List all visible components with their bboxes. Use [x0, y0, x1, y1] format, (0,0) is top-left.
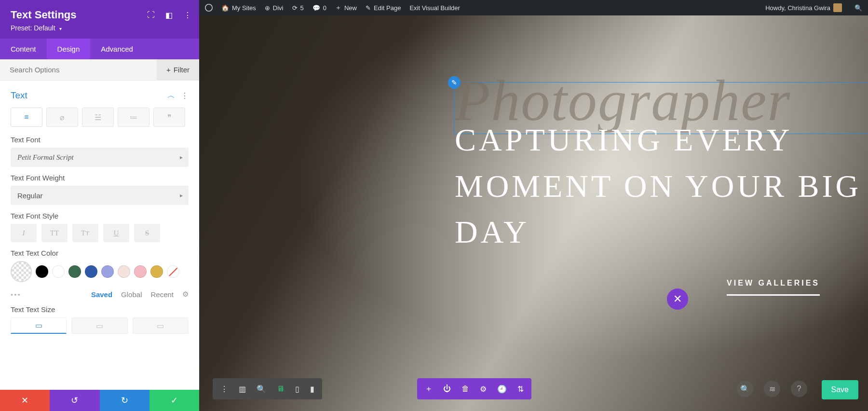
- tab-global[interactable]: Global: [121, 290, 142, 299]
- tab-design[interactable]: Design: [47, 39, 91, 59]
- module-toolbar: ＋ ⏻ 🗑 ⚙ 🕘 ⇅: [417, 378, 531, 399]
- avatar: [833, 3, 842, 12]
- phone-icon[interactable]: ▮: [310, 384, 314, 394]
- panel-header: Text Settings Preset: Default ▾ ⛶ ◧ ⋮: [0, 0, 199, 39]
- columns-icon[interactable]: ◧: [165, 11, 174, 19]
- chevron-updown-icon: ▸: [180, 192, 183, 199]
- save-button[interactable]: Save: [822, 380, 858, 399]
- apply-button[interactable]: ✓: [149, 390, 199, 411]
- expand-icon[interactable]: ⛶: [147, 11, 156, 19]
- kebab-icon[interactable]: ⋮: [184, 11, 192, 19]
- greeting[interactable]: Howdy, Christina Gwira: [765, 3, 842, 12]
- preset-row[interactable]: Preset: Default ▾: [11, 24, 189, 32]
- uppercase-button[interactable]: TT: [41, 224, 68, 242]
- panel-actions: ✕ ↺ ↻ ✓: [0, 390, 199, 411]
- text-toolbar: ≡ ⌀ ☱ ≔ ❞: [11, 108, 189, 127]
- align-left-button[interactable]: ≡: [11, 108, 42, 127]
- size-desktop-tab[interactable]: ▭: [11, 317, 67, 334]
- discard-button[interactable]: ✕: [0, 390, 50, 411]
- label-color: Text Text Color: [11, 249, 189, 257]
- smallcaps-button[interactable]: Tᴛ: [72, 224, 98, 242]
- help-toolbar: 🔍 ≋ ?: [729, 378, 815, 399]
- updates-link[interactable]: ⟳ 5: [292, 4, 304, 12]
- undo-button[interactable]: ↺: [50, 390, 99, 411]
- label-size: Text Text Size: [11, 305, 189, 314]
- zoom-icon[interactable]: 🔍: [257, 384, 266, 394]
- chevron-updown-icon: ▸: [180, 154, 183, 161]
- redo-button[interactable]: ↻: [100, 390, 149, 411]
- trash-icon[interactable]: 🗑: [461, 384, 469, 393]
- chevron-up-icon[interactable]: ︿: [167, 91, 175, 101]
- view-galleries-link[interactable]: VIEW GALLERIES: [727, 279, 820, 296]
- comments-link[interactable]: 💬 0: [312, 4, 326, 12]
- list-ol-button[interactable]: ≔: [118, 108, 149, 127]
- filter-button[interactable]: + Filter: [157, 59, 199, 80]
- swatch-none[interactable]: [167, 265, 179, 278]
- chevron-down-icon: ▾: [59, 26, 62, 31]
- weight-select[interactable]: Regular ▸: [11, 186, 189, 205]
- swatch-white[interactable]: [52, 265, 65, 278]
- new-link[interactable]: ＋ New: [335, 3, 357, 12]
- strike-button[interactable]: S: [134, 224, 160, 242]
- swatch-gold[interactable]: [150, 265, 163, 278]
- tab-recent[interactable]: Recent: [150, 290, 174, 299]
- tab-content[interactable]: Content: [0, 39, 47, 59]
- swatch-green[interactable]: [68, 265, 81, 278]
- find-icon[interactable]: 🔍: [737, 381, 753, 397]
- gear-icon[interactable]: ⚙: [182, 290, 189, 299]
- hero-heading[interactable]: CAPTURING EVERY MOMENT ON YOUR BIG DAY: [455, 117, 868, 255]
- search-icon[interactable]: 🔍: [854, 4, 862, 12]
- clock-icon[interactable]: 🕘: [497, 384, 507, 394]
- add-icon[interactable]: ＋: [425, 384, 433, 394]
- font-select[interactable]: Petit Formal Script ▸: [11, 148, 189, 167]
- wireframe-icon[interactable]: ▥: [239, 384, 246, 394]
- size-tablet-tab[interactable]: ▭: [71, 317, 127, 334]
- layers-icon[interactable]: ≋: [764, 381, 780, 397]
- label-font: Text Font: [11, 136, 189, 144]
- gear-icon[interactable]: ⚙: [480, 384, 487, 394]
- swatch-pink[interactable]: [134, 265, 147, 278]
- kebab-icon[interactable]: ⋮: [181, 91, 189, 100]
- tab-advanced[interactable]: Advanced: [90, 39, 144, 59]
- edit-page-link[interactable]: ✎ Edit Page: [366, 4, 401, 12]
- help-icon[interactable]: ?: [791, 381, 807, 397]
- plus-icon: +: [166, 66, 171, 74]
- italic-button[interactable]: I: [11, 224, 37, 242]
- section-title[interactable]: Text: [11, 90, 27, 101]
- quote-button[interactable]: ❞: [153, 108, 185, 127]
- wp-admin-bar: 🏠 My Sites ⊕ Divi ⟳ 5 💬 0 ＋ New ✎ Edit P…: [199, 0, 868, 15]
- mysites-link[interactable]: 🏠 My Sites: [221, 4, 256, 12]
- svg-point-0: [205, 4, 212, 11]
- color-swatches: [11, 261, 189, 282]
- exit-builder-link[interactable]: Exit Visual Builder: [409, 4, 460, 12]
- label-weight: Text Font Weight: [11, 174, 189, 182]
- desktop-icon[interactable]: 🖥: [277, 384, 285, 393]
- swatch-black[interactable]: [36, 265, 48, 278]
- link-button[interactable]: ⌀: [46, 108, 78, 127]
- tab-saved[interactable]: Saved: [91, 290, 112, 299]
- more-icon[interactable]: •••: [11, 290, 21, 299]
- sitename-link[interactable]: ⊕ Divi: [265, 4, 284, 12]
- size-phone-tab[interactable]: ▭: [133, 317, 189, 334]
- power-icon[interactable]: ⏻: [443, 384, 451, 393]
- swatch-peach[interactable]: [118, 265, 130, 278]
- view-toolbar: ⋮ ▥ 🔍 🖥 ▯ ▮: [213, 378, 322, 399]
- underline-button[interactable]: U: [103, 224, 129, 242]
- swatch-lavender[interactable]: [101, 265, 114, 278]
- wp-logo-icon[interactable]: [205, 4, 213, 12]
- swatch-transparent[interactable]: [11, 261, 32, 282]
- tab-bar: Content Design Advanced: [0, 39, 199, 59]
- sort-icon[interactable]: ⇅: [517, 384, 524, 394]
- kebab-icon[interactable]: ⋮: [220, 384, 228, 394]
- search-input[interactable]: [0, 59, 157, 80]
- settings-panel: Text Settings Preset: Default ▾ ⛶ ◧ ⋮ Co…: [0, 0, 199, 411]
- list-ul-button[interactable]: ☱: [82, 108, 114, 127]
- label-style: Text Font Style: [11, 212, 189, 220]
- close-fab[interactable]: ✕: [667, 288, 688, 310]
- preview-area: 🏠 My Sites ⊕ Divi ⟳ 5 💬 0 ＋ New ✎ Edit P…: [199, 0, 868, 411]
- swatch-blue[interactable]: [85, 265, 97, 278]
- tablet-icon[interactable]: ▯: [295, 384, 299, 394]
